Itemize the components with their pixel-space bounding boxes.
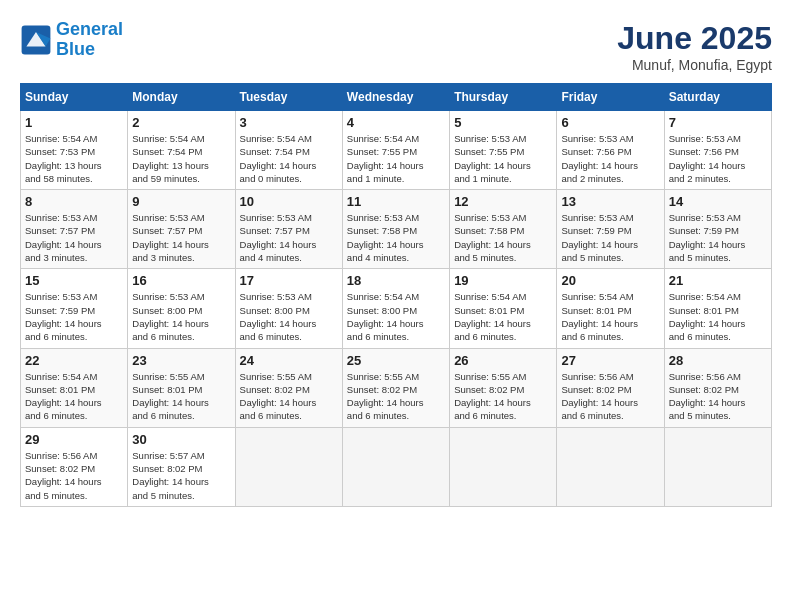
day-number: 24: [240, 353, 338, 368]
calendar-cell: 30Sunrise: 5:57 AM Sunset: 8:02 PM Dayli…: [128, 427, 235, 506]
day-info: Sunrise: 5:54 AM Sunset: 8:01 PM Dayligh…: [561, 290, 659, 343]
location: Munuf, Monufia, Egypt: [617, 57, 772, 73]
calendar-cell: 28Sunrise: 5:56 AM Sunset: 8:02 PM Dayli…: [664, 348, 771, 427]
logo-text: General Blue: [56, 20, 123, 60]
calendar-cell: 6Sunrise: 5:53 AM Sunset: 7:56 PM Daylig…: [557, 111, 664, 190]
day-info: Sunrise: 5:53 AM Sunset: 7:59 PM Dayligh…: [669, 211, 767, 264]
day-number: 15: [25, 273, 123, 288]
day-number: 10: [240, 194, 338, 209]
header-day-thursday: Thursday: [450, 84, 557, 111]
day-number: 26: [454, 353, 552, 368]
title-block: June 2025 Munuf, Monufia, Egypt: [617, 20, 772, 73]
day-info: Sunrise: 5:53 AM Sunset: 7:57 PM Dayligh…: [240, 211, 338, 264]
day-info: Sunrise: 5:56 AM Sunset: 8:02 PM Dayligh…: [669, 370, 767, 423]
calendar-cell: 17Sunrise: 5:53 AM Sunset: 8:00 PM Dayli…: [235, 269, 342, 348]
day-info: Sunrise: 5:55 AM Sunset: 8:01 PM Dayligh…: [132, 370, 230, 423]
calendar-cell: 25Sunrise: 5:55 AM Sunset: 8:02 PM Dayli…: [342, 348, 449, 427]
day-number: 16: [132, 273, 230, 288]
calendar-cell: [664, 427, 771, 506]
logo: General Blue: [20, 20, 123, 60]
day-number: 14: [669, 194, 767, 209]
day-number: 3: [240, 115, 338, 130]
day-number: 20: [561, 273, 659, 288]
day-info: Sunrise: 5:53 AM Sunset: 7:57 PM Dayligh…: [25, 211, 123, 264]
day-info: Sunrise: 5:57 AM Sunset: 8:02 PM Dayligh…: [132, 449, 230, 502]
calendar-cell: 21Sunrise: 5:54 AM Sunset: 8:01 PM Dayli…: [664, 269, 771, 348]
header-day-monday: Monday: [128, 84, 235, 111]
logo-line1: General: [56, 19, 123, 39]
day-info: Sunrise: 5:53 AM Sunset: 7:55 PM Dayligh…: [454, 132, 552, 185]
page-header: General Blue June 2025 Munuf, Monufia, E…: [20, 20, 772, 73]
day-number: 12: [454, 194, 552, 209]
calendar-cell: 27Sunrise: 5:56 AM Sunset: 8:02 PM Dayli…: [557, 348, 664, 427]
calendar-cell: 3Sunrise: 5:54 AM Sunset: 7:54 PM Daylig…: [235, 111, 342, 190]
calendar-cell: [557, 427, 664, 506]
calendar-body: 1Sunrise: 5:54 AM Sunset: 7:53 PM Daylig…: [21, 111, 772, 507]
day-info: Sunrise: 5:55 AM Sunset: 8:02 PM Dayligh…: [240, 370, 338, 423]
calendar-cell: 8Sunrise: 5:53 AM Sunset: 7:57 PM Daylig…: [21, 190, 128, 269]
day-number: 17: [240, 273, 338, 288]
day-info: Sunrise: 5:54 AM Sunset: 7:53 PM Dayligh…: [25, 132, 123, 185]
day-info: Sunrise: 5:54 AM Sunset: 8:01 PM Dayligh…: [669, 290, 767, 343]
day-number: 2: [132, 115, 230, 130]
calendar-cell: 29Sunrise: 5:56 AM Sunset: 8:02 PM Dayli…: [21, 427, 128, 506]
week-row-5: 29Sunrise: 5:56 AM Sunset: 8:02 PM Dayli…: [21, 427, 772, 506]
calendar-cell: 11Sunrise: 5:53 AM Sunset: 7:58 PM Dayli…: [342, 190, 449, 269]
logo-icon: [20, 24, 52, 56]
week-row-4: 22Sunrise: 5:54 AM Sunset: 8:01 PM Dayli…: [21, 348, 772, 427]
day-info: Sunrise: 5:55 AM Sunset: 8:02 PM Dayligh…: [347, 370, 445, 423]
day-number: 23: [132, 353, 230, 368]
day-info: Sunrise: 5:55 AM Sunset: 8:02 PM Dayligh…: [454, 370, 552, 423]
day-number: 27: [561, 353, 659, 368]
day-info: Sunrise: 5:56 AM Sunset: 8:02 PM Dayligh…: [561, 370, 659, 423]
day-info: Sunrise: 5:54 AM Sunset: 7:54 PM Dayligh…: [132, 132, 230, 185]
day-info: Sunrise: 5:54 AM Sunset: 7:54 PM Dayligh…: [240, 132, 338, 185]
day-info: Sunrise: 5:53 AM Sunset: 7:57 PM Dayligh…: [132, 211, 230, 264]
day-number: 9: [132, 194, 230, 209]
calendar-cell: 4Sunrise: 5:54 AM Sunset: 7:55 PM Daylig…: [342, 111, 449, 190]
week-row-3: 15Sunrise: 5:53 AM Sunset: 7:59 PM Dayli…: [21, 269, 772, 348]
calendar-cell: 19Sunrise: 5:54 AM Sunset: 8:01 PM Dayli…: [450, 269, 557, 348]
day-info: Sunrise: 5:53 AM Sunset: 7:56 PM Dayligh…: [561, 132, 659, 185]
day-info: Sunrise: 5:54 AM Sunset: 8:01 PM Dayligh…: [454, 290, 552, 343]
calendar-cell: 1Sunrise: 5:54 AM Sunset: 7:53 PM Daylig…: [21, 111, 128, 190]
calendar-header: SundayMondayTuesdayWednesdayThursdayFrid…: [21, 84, 772, 111]
day-number: 19: [454, 273, 552, 288]
day-info: Sunrise: 5:53 AM Sunset: 7:59 PM Dayligh…: [25, 290, 123, 343]
day-info: Sunrise: 5:54 AM Sunset: 7:55 PM Dayligh…: [347, 132, 445, 185]
calendar-cell: 18Sunrise: 5:54 AM Sunset: 8:00 PM Dayli…: [342, 269, 449, 348]
calendar-cell: 20Sunrise: 5:54 AM Sunset: 8:01 PM Dayli…: [557, 269, 664, 348]
day-number: 4: [347, 115, 445, 130]
day-number: 6: [561, 115, 659, 130]
week-row-2: 8Sunrise: 5:53 AM Sunset: 7:57 PM Daylig…: [21, 190, 772, 269]
day-info: Sunrise: 5:53 AM Sunset: 8:00 PM Dayligh…: [132, 290, 230, 343]
calendar-cell: 14Sunrise: 5:53 AM Sunset: 7:59 PM Dayli…: [664, 190, 771, 269]
day-number: 1: [25, 115, 123, 130]
day-number: 5: [454, 115, 552, 130]
calendar-cell: 15Sunrise: 5:53 AM Sunset: 7:59 PM Dayli…: [21, 269, 128, 348]
header-day-tuesday: Tuesday: [235, 84, 342, 111]
calendar-cell: 9Sunrise: 5:53 AM Sunset: 7:57 PM Daylig…: [128, 190, 235, 269]
calendar-cell: [235, 427, 342, 506]
day-number: 18: [347, 273, 445, 288]
day-number: 25: [347, 353, 445, 368]
calendar-cell: 23Sunrise: 5:55 AM Sunset: 8:01 PM Dayli…: [128, 348, 235, 427]
header-day-saturday: Saturday: [664, 84, 771, 111]
day-info: Sunrise: 5:53 AM Sunset: 7:56 PM Dayligh…: [669, 132, 767, 185]
day-number: 11: [347, 194, 445, 209]
day-info: Sunrise: 5:53 AM Sunset: 7:58 PM Dayligh…: [454, 211, 552, 264]
calendar-cell: 24Sunrise: 5:55 AM Sunset: 8:02 PM Dayli…: [235, 348, 342, 427]
calendar-cell: 13Sunrise: 5:53 AM Sunset: 7:59 PM Dayli…: [557, 190, 664, 269]
day-info: Sunrise: 5:53 AM Sunset: 7:58 PM Dayligh…: [347, 211, 445, 264]
day-number: 13: [561, 194, 659, 209]
day-info: Sunrise: 5:53 AM Sunset: 8:00 PM Dayligh…: [240, 290, 338, 343]
calendar-cell: 7Sunrise: 5:53 AM Sunset: 7:56 PM Daylig…: [664, 111, 771, 190]
day-info: Sunrise: 5:56 AM Sunset: 8:02 PM Dayligh…: [25, 449, 123, 502]
week-row-1: 1Sunrise: 5:54 AM Sunset: 7:53 PM Daylig…: [21, 111, 772, 190]
calendar-cell: 5Sunrise: 5:53 AM Sunset: 7:55 PM Daylig…: [450, 111, 557, 190]
day-number: 29: [25, 432, 123, 447]
header-row: SundayMondayTuesdayWednesdayThursdayFrid…: [21, 84, 772, 111]
header-day-sunday: Sunday: [21, 84, 128, 111]
calendar-cell: [450, 427, 557, 506]
calendar-cell: 10Sunrise: 5:53 AM Sunset: 7:57 PM Dayli…: [235, 190, 342, 269]
